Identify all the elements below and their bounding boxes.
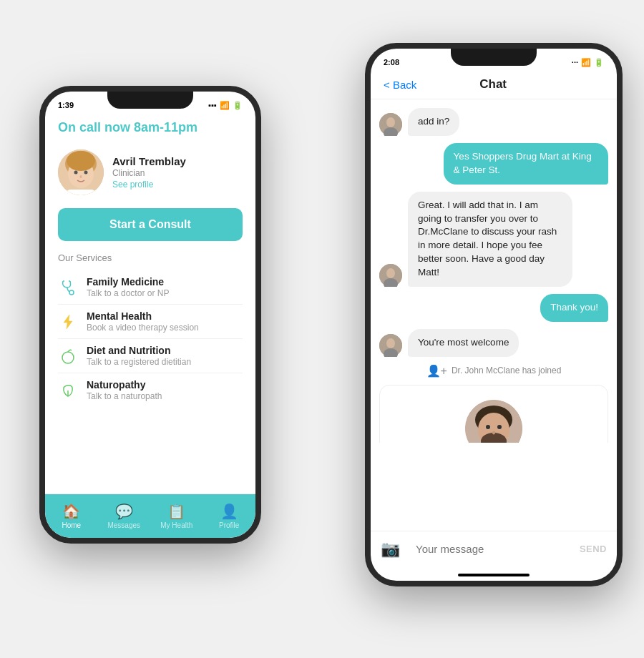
service-item-family-medicine[interactable]: Family Medicine Talk to a doctor or NP <box>45 270 255 304</box>
message-bubble-sent-2: Thank you! <box>540 294 608 322</box>
signal-icon-left: ▪▪▪ <box>208 101 217 109</box>
home-indicator-right <box>458 574 530 576</box>
diet-nutrition-desc: Talk to a registered dietitian <box>87 357 191 367</box>
notch-left <box>107 92 193 109</box>
stethoscope-icon <box>58 278 78 298</box>
on-call-header: On call now 8am-11pm <box>45 114 255 144</box>
diet-nutrition-name: Diet and Nutrition <box>87 345 191 356</box>
family-medicine-desc: Talk to a doctor or NP <box>87 288 169 298</box>
svg-point-9 <box>62 352 74 363</box>
chat-avatar-3 <box>379 264 402 287</box>
message-bubble-sent-1: Yes Shoppers Drug Mart at King & Peter S… <box>444 143 608 185</box>
wifi-icon-left: 📶 <box>220 101 230 110</box>
message-bubble-received-5: You're most welcome <box>408 329 519 357</box>
tab-messages-label: Messages <box>107 521 140 529</box>
myhealth-tab-icon: 📋 <box>167 503 185 520</box>
back-button[interactable]: < Back <box>384 79 416 91</box>
mental-health-desc: Book a video therapy session <box>87 323 199 333</box>
tab-messages[interactable]: 💬 Messages <box>98 494 151 538</box>
battery-icon-left: 🔋 <box>233 101 243 110</box>
message-row-3: Great. I will add that in. I am going to… <box>379 192 608 287</box>
tab-myhealth[interactable]: 📋 My Health <box>150 494 203 538</box>
svg-point-4 <box>74 171 78 175</box>
send-button[interactable]: SEND <box>580 544 607 554</box>
message-bubble-received-3: Great. I will add that in. I am going to… <box>408 192 572 287</box>
status-icons-right: ··· 📶 🔋 <box>572 58 604 67</box>
system-message-text: Dr. John McClane has joined <box>452 365 561 375</box>
mental-health-name: Mental Health <box>87 310 199 322</box>
home-tab-icon: 🏠 <box>62 503 80 520</box>
message-bubble-received-1: add in? <box>408 108 459 136</box>
mental-health-info: Mental Health Book a video therapy sessi… <box>87 310 199 333</box>
camera-icon[interactable]: 📷 <box>381 540 400 559</box>
start-consult-button[interactable]: Start a Consult <box>58 208 243 241</box>
apple-icon <box>58 346 78 366</box>
tab-home-label: Home <box>62 521 81 529</box>
family-medicine-name: Family Medicine <box>87 276 169 288</box>
svg-point-25 <box>492 431 495 434</box>
time-left: 1:39 <box>58 101 74 109</box>
on-call-label: On call now <box>58 120 130 134</box>
chat-title: Chat <box>479 77 507 92</box>
status-icons-left: ▪▪▪ 📶 🔋 <box>208 101 243 110</box>
svg-point-14 <box>386 268 395 278</box>
profile-tab-icon: 👤 <box>220 503 238 520</box>
svg-rect-7 <box>65 190 97 195</box>
clinician-role: Clinician <box>112 168 243 178</box>
svg-point-17 <box>386 338 395 348</box>
clinician-name: Avril Tremblay <box>112 155 243 167</box>
tab-profile-label: Profile <box>219 521 239 529</box>
svg-point-8 <box>69 290 74 295</box>
message-row-4: Thank you! <box>379 294 608 322</box>
services-title: Our Services <box>45 252 255 270</box>
service-item-naturopathy[interactable]: Naturopathy Talk to a naturopath <box>45 373 255 407</box>
message-row-2: Yes Shoppers Drug Mart at King & Peter S… <box>379 143 608 185</box>
clinician-avatar <box>58 149 104 195</box>
svg-point-5 <box>84 171 88 175</box>
naturopathy-info: Naturopathy Talk to a naturopath <box>87 379 162 401</box>
naturopathy-name: Naturopathy <box>87 379 162 391</box>
leaf-icon <box>58 380 78 401</box>
svg-point-24 <box>497 425 502 429</box>
notch-right <box>451 49 537 66</box>
system-message-joined: 👤+ Dr. John McClane has joined <box>379 364 608 378</box>
see-profile-link[interactable]: See profile <box>112 180 243 190</box>
family-medicine-info: Family Medicine Talk to a doctor or NP <box>87 276 169 298</box>
time-right: 2:08 <box>384 58 399 67</box>
svg-point-3 <box>67 151 95 171</box>
dots-icon-right: ··· <box>572 58 578 67</box>
chat-messages: add in? Yes Shoppers Drug Mart at King &… <box>371 99 617 443</box>
svg-point-23 <box>486 425 490 429</box>
naturopathy-desc: Talk to a naturopath <box>87 391 162 401</box>
service-item-diet-nutrition[interactable]: Diet and Nutrition Talk to a registered … <box>45 339 255 373</box>
chat-header: < Back Chat <box>371 72 617 99</box>
doctor-avatar <box>465 400 522 443</box>
lightning-icon <box>58 312 78 332</box>
chat-avatar-5 <box>379 334 402 357</box>
message-row-5: You're most welcome <box>379 329 608 357</box>
svg-point-11 <box>386 117 395 127</box>
chat-avatar-1 <box>379 113 402 136</box>
diet-nutrition-info: Diet and Nutrition Talk to a registered … <box>87 345 191 367</box>
clinician-info: Avril Tremblay Clinician See profile <box>112 155 243 190</box>
message-input[interactable] <box>407 537 572 561</box>
doctor-card: Dr. John McClane Dr. McClane is a Toront… <box>379 385 608 443</box>
svg-point-6 <box>80 175 82 178</box>
service-item-mental-health[interactable]: Mental Health Book a video therapy sessi… <box>45 305 255 338</box>
wifi-icon-right: 📶 <box>581 58 591 67</box>
tab-profile[interactable]: 👤 Profile <box>203 494 256 538</box>
tab-home[interactable]: 🏠 Home <box>45 494 98 538</box>
battery-icon-right: 🔋 <box>594 58 604 67</box>
person-add-icon: 👤+ <box>426 364 447 378</box>
message-input-bar: 📷 SEND <box>371 531 617 566</box>
phone-right: 2:08 ··· 📶 🔋 < Back Chat <box>365 43 623 586</box>
on-call-hours: 8am-11pm <box>134 120 197 134</box>
phone-left: 1:39 ▪▪▪ 📶 🔋 On call now 8am-11pm <box>39 86 261 544</box>
message-row-1: add in? <box>379 108 608 136</box>
clinician-card: Avril Tremblay Clinician See profile <box>45 144 255 205</box>
tab-bar-left: 🏠 Home 💬 Messages 📋 My Health 👤 Profile <box>45 494 255 538</box>
messages-tab-icon: 💬 <box>115 503 133 520</box>
tab-myhealth-label: My Health <box>160 521 192 529</box>
